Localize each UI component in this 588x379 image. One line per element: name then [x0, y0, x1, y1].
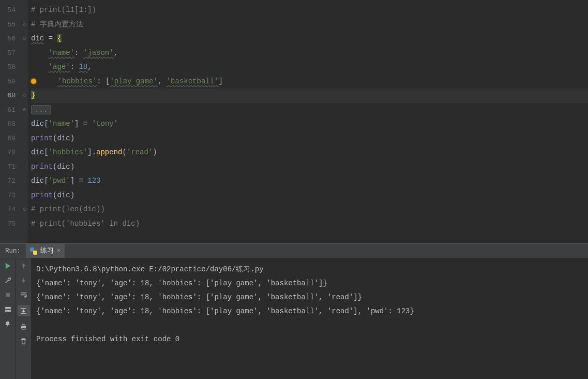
code-line[interactable]: # print(l1[1:]) [31, 3, 588, 18]
run-toolbar-left [0, 258, 16, 379]
fold-spacer [21, 60, 28, 75]
line-number: 72 [2, 174, 16, 188]
fold-spacer [21, 75, 28, 89]
code-line[interactable]: 'name': 'jason', [31, 46, 588, 61]
console-output[interactable]: D:\Python3.6.8\python.exe E:/02practice/… [31, 258, 588, 379]
line-number: 59 [2, 75, 16, 89]
line-number: 57 [2, 46, 16, 61]
code-editor[interactable]: 54555657585960616869707172737475 ⊖⊖⊖⊕⊖ #… [0, 0, 588, 243]
run-tab[interactable]: 练习 × [26, 244, 65, 258]
code-line[interactable]: 'hobbies': ['play game', 'basketball'] [31, 75, 588, 89]
fold-spacer [21, 188, 28, 203]
python-file-icon [30, 247, 37, 255]
wrench-icon[interactable] [4, 276, 12, 284]
line-number: 56 [2, 32, 16, 46]
run-label: Run: [0, 247, 26, 255]
close-icon[interactable]: × [57, 247, 61, 255]
fold-collapse-icon[interactable]: ⊖ [21, 32, 28, 46]
line-number: 74 [2, 202, 16, 217]
arrow-down-icon[interactable] [20, 276, 28, 284]
run-tab-title: 练习 [40, 246, 54, 255]
fold-collapse-icon[interactable]: ⊖ [21, 18, 28, 32]
line-number: 55 [2, 18, 16, 32]
line-number: 75 [2, 217, 16, 231]
layout-icon[interactable] [4, 305, 12, 313]
line-number: 61 [2, 103, 16, 118]
svg-marker-0 [5, 263, 10, 268]
line-number: 58 [2, 60, 16, 75]
code-line[interactable]: print(dic) [31, 160, 588, 174]
fold-collapse-icon[interactable]: ⊖ [21, 202, 28, 217]
line-number-gutter: 54555657585960616869707172737475 [0, 0, 21, 243]
fold-spacer [21, 145, 28, 160]
svg-rect-1 [6, 293, 10, 297]
code-line[interactable]: 'age': 18, [31, 60, 588, 75]
run-icon[interactable] [4, 261, 12, 270]
arrow-up-icon[interactable] [20, 261, 28, 270]
pin-icon[interactable] [4, 319, 12, 328]
fold-spacer [21, 46, 28, 61]
code-line[interactable]: # print('hobbies' in dic) [31, 217, 588, 231]
code-line[interactable]: dic['pwd'] = 123 [31, 174, 588, 188]
fold-collapse-icon[interactable]: ⊖ [21, 89, 28, 103]
soft-wrap-icon[interactable] [20, 290, 28, 299]
intention-bulb-icon[interactable] [31, 79, 36, 84]
fold-spacer [21, 132, 28, 146]
folded-region[interactable]: ... [31, 105, 51, 114]
code-line[interactable]: # print(len(dic)) [31, 202, 588, 217]
print-icon[interactable] [20, 323, 28, 331]
line-number: 73 [2, 188, 16, 203]
code-line[interactable]: # 字典内置方法 [31, 18, 588, 32]
fold-spacer [21, 117, 28, 132]
svg-rect-5 [22, 324, 25, 326]
fold-spacer [21, 160, 28, 174]
code-line[interactable]: dic = { [31, 32, 588, 46]
svg-rect-3 [5, 310, 10, 312]
code-line[interactable]: } [31, 89, 588, 103]
stop-icon[interactable] [4, 290, 12, 299]
run-tool-window: Run: 练习 × D:\Python3.6.8\python.exe E:/0… [0, 243, 588, 379]
fold-expand-icon[interactable]: ⊕ [21, 103, 28, 118]
code-line[interactable]: print(dic) [31, 188, 588, 203]
code-content[interactable]: # print(l1[1:])# 字典内置方法dic = { 'name': '… [28, 0, 588, 243]
line-number: 54 [2, 3, 16, 18]
line-number: 60 [2, 89, 16, 103]
line-number: 71 [2, 160, 16, 174]
code-line[interactable]: print(dic) [31, 132, 588, 146]
code-line[interactable]: dic['hobbies'].append('read') [31, 145, 588, 160]
scroll-to-end-icon[interactable] [18, 305, 30, 316]
fold-spacer [21, 217, 28, 231]
fold-column[interactable]: ⊖⊖⊖⊕⊖ [21, 0, 28, 243]
trash-icon[interactable] [20, 337, 28, 345]
fold-spacer [21, 174, 28, 188]
code-line[interactable]: ... [31, 103, 588, 118]
line-number: 70 [2, 145, 16, 160]
code-line[interactable]: dic['name'] = 'tony' [31, 117, 588, 132]
line-number: 68 [2, 117, 16, 132]
run-toolbar-inner [16, 258, 31, 379]
svg-rect-2 [5, 307, 10, 309]
line-number: 69 [2, 132, 16, 146]
svg-rect-6 [22, 328, 25, 329]
fold-spacer [21, 3, 28, 18]
run-tab-bar: Run: 练习 × [0, 244, 588, 258]
